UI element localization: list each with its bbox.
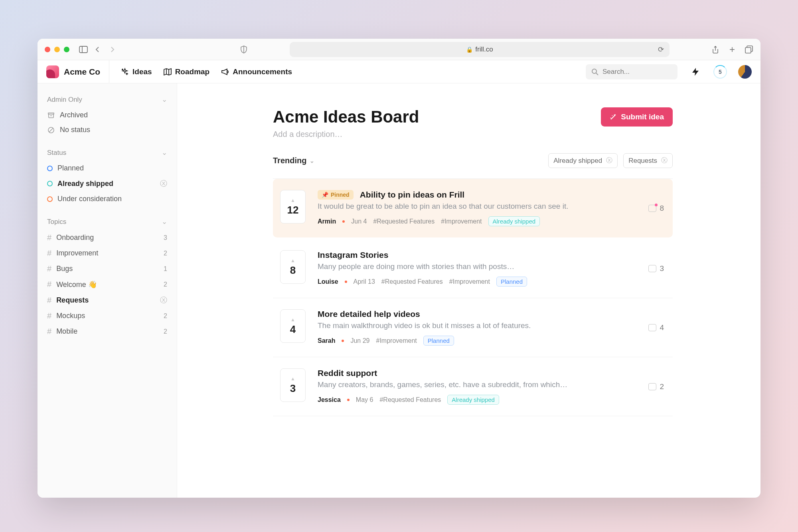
idea-tag[interactable]: #Requested Features: [373, 218, 435, 225]
remove-filter-icon[interactable]: ⓧ: [661, 156, 668, 165]
sidebar-item-topic[interactable]: #Mobile2: [45, 324, 170, 339]
app-header: Acme Co Ideas Roadmap Announcements: [38, 60, 760, 83]
clear-filter-icon[interactable]: ⓧ: [160, 295, 167, 305]
idea-title: Ability to pin ideas on Frill: [360, 190, 465, 200]
filter-pill-requests[interactable]: Requests ⓧ: [623, 153, 673, 168]
clear-filter-icon[interactable]: ⓧ: [160, 179, 167, 188]
topic-count: 2: [164, 250, 167, 257]
filter-pill-shipped[interactable]: Already shipped ⓧ: [548, 153, 618, 168]
filter-pill-label: Already shipped: [553, 157, 602, 165]
status-chip[interactable]: Planned: [423, 336, 454, 346]
nav-forward-icon[interactable]: [108, 45, 117, 54]
sidebar-item-label: Welcome 👋: [56, 280, 159, 289]
status-dot-icon: [47, 196, 53, 202]
idea-author[interactable]: Sarah: [318, 337, 335, 344]
idea-tag[interactable]: #Improvement: [441, 218, 482, 225]
status-dot-icon: [47, 181, 53, 186]
vote-count: 3: [290, 382, 296, 395]
nav-roadmap[interactable]: Roadmap: [163, 67, 210, 76]
svg-marker-10: [692, 68, 699, 76]
privacy-shield-icon[interactable]: [239, 45, 248, 54]
comment-count[interactable]: 3: [648, 264, 664, 273]
tabs-overview-icon[interactable]: [745, 45, 753, 54]
sidebar-heading-admin[interactable]: Admin Only ⌄: [45, 95, 170, 104]
sidebar-item-topic[interactable]: #Mockups2: [45, 308, 170, 324]
brand[interactable]: Acme Co: [46, 60, 109, 83]
status-chip[interactable]: Already shipped: [447, 395, 499, 405]
board-description-placeholder[interactable]: Add a description…: [273, 130, 419, 139]
search-input[interactable]: [602, 68, 672, 76]
window-minimize-icon[interactable]: [54, 47, 60, 52]
vote-button[interactable]: ▲8: [280, 250, 306, 284]
sidebar-heading-status[interactable]: Status ⌄: [45, 148, 170, 157]
sidebar-item-planned[interactable]: Planned: [45, 161, 170, 176]
url-host: frill.co: [475, 45, 493, 53]
address-bar[interactable]: 🔒 frill.co ⟳: [290, 42, 670, 57]
sidebar-item-no-status[interactable]: No status: [45, 123, 170, 137]
vote-count: 4: [290, 323, 296, 336]
comment-number: 2: [660, 382, 664, 391]
comment-icon: [648, 383, 656, 390]
share-icon[interactable]: [711, 45, 720, 54]
sidebar-item-already-shipped[interactable]: Already shipped ⓧ: [45, 176, 170, 192]
notification-count[interactable]: 5: [713, 65, 727, 79]
sidebar-section-admin: Admin Only ⌄ Archived No status: [45, 95, 170, 137]
status-chip[interactable]: Already shipped: [488, 216, 540, 226]
sidebar-item-topic[interactable]: #Bugs1: [45, 261, 170, 277]
search-box[interactable]: [586, 64, 678, 79]
idea-tag[interactable]: #Requested Features: [381, 278, 443, 285]
idea-title: More detailed help videos: [318, 309, 420, 319]
sidebar-item-label: Mockups: [56, 312, 159, 320]
sidebar-item-label: Onboarding: [56, 233, 159, 242]
svg-line-14: [49, 128, 53, 132]
vote-button[interactable]: ▲12: [280, 190, 306, 223]
status-chip[interactable]: Planned: [496, 277, 527, 287]
window-zoom-icon[interactable]: [64, 47, 69, 52]
reload-icon[interactable]: ⟳: [658, 45, 664, 54]
vote-button[interactable]: ▲4: [280, 309, 306, 343]
submit-idea-button[interactable]: Submit idea: [601, 107, 673, 127]
idea-author[interactable]: Armin: [318, 218, 336, 225]
sidebar-item-under-consideration[interactable]: Under consideration: [45, 192, 170, 206]
idea-meta: LouiseApril 13#Requested Features#Improv…: [318, 277, 666, 287]
idea-excerpt: Many creators, brands, games, series, et…: [318, 380, 666, 389]
new-tab-icon[interactable]: +: [728, 45, 737, 54]
idea-card[interactable]: ▲4More detailed help videosThe main walk…: [273, 298, 673, 357]
comment-count[interactable]: 4: [648, 323, 664, 332]
idea-card[interactable]: ▲12📌PinnedAbility to pin ideas on FrillI…: [273, 179, 673, 237]
remove-filter-icon[interactable]: ⓧ: [606, 156, 612, 165]
sidebar-item-topic[interactable]: #Onboarding3: [45, 230, 170, 245]
changelog-icon[interactable]: [689, 65, 702, 79]
comment-count[interactable]: 2: [648, 382, 664, 391]
window-close-icon[interactable]: [45, 47, 50, 52]
comment-count[interactable]: 8: [648, 204, 664, 213]
vote-button[interactable]: ▲3: [280, 368, 306, 402]
sort-dropdown[interactable]: Trending ⌄: [273, 156, 314, 165]
comment-icon: [648, 205, 656, 212]
nav-announcements[interactable]: Announcements: [221, 67, 292, 76]
chevron-down-icon: ⌄: [162, 218, 167, 226]
idea-author[interactable]: Louise: [318, 278, 338, 285]
idea-card[interactable]: ▲8Instagram StoriesMany people are doing…: [273, 239, 673, 298]
megaphone-icon: [221, 67, 229, 76]
sidebar-heading-topics[interactable]: Topics ⌄: [45, 218, 170, 226]
sidebar-item-topic[interactable]: #Improvement2: [45, 245, 170, 261]
chevron-down-icon: ⌄: [162, 148, 167, 157]
idea-body: Instagram StoriesMany people are doing m…: [318, 250, 666, 287]
sidebar-item-topic[interactable]: #Welcome 👋2: [45, 277, 170, 292]
nav-back-icon[interactable]: [93, 45, 102, 54]
idea-tag[interactable]: #Improvement: [376, 337, 417, 344]
sidebar-item-archived[interactable]: Archived: [45, 108, 170, 123]
sidebar-item-topic[interactable]: #Requestsⓧ: [45, 292, 170, 308]
nav-ideas[interactable]: Ideas: [120, 67, 152, 76]
idea-tag[interactable]: #Improvement: [449, 278, 490, 285]
user-avatar[interactable]: [738, 65, 752, 79]
comment-number: 4: [660, 323, 664, 332]
idea-tag[interactable]: #Requested Features: [379, 396, 441, 403]
idea-author[interactable]: Jessica: [318, 396, 341, 403]
sidebar-toggle-icon[interactable]: [79, 45, 88, 54]
svg-line-9: [596, 73, 598, 75]
idea-card[interactable]: ▲3Reddit supportMany creators, brands, g…: [273, 357, 673, 416]
svg-marker-5: [164, 69, 171, 75]
sidebar-item-label: Mobile: [56, 327, 159, 336]
